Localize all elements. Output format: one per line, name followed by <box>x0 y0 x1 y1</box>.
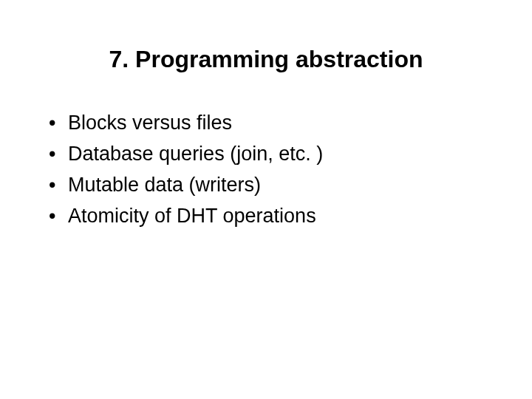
bullet-list: • Blocks versus files • Database queries… <box>44 109 488 231</box>
list-item: • Blocks versus files <box>47 109 488 138</box>
bullet-text: Database queries (join, etc. ) <box>68 140 488 169</box>
list-item: • Mutable data (writers) <box>47 171 488 200</box>
bullet-icon: • <box>47 202 68 231</box>
list-item: • Database queries (join, etc. ) <box>47 140 488 169</box>
slide-title: 7. Programming abstraction <box>44 46 488 73</box>
bullet-icon: • <box>47 109 68 138</box>
bullet-icon: • <box>47 171 68 200</box>
bullet-text: Atomicity of DHT operations <box>68 202 488 231</box>
bullet-text: Blocks versus files <box>68 109 488 138</box>
bullet-text: Mutable data (writers) <box>68 171 488 200</box>
list-item: • Atomicity of DHT operations <box>47 202 488 231</box>
bullet-icon: • <box>47 140 68 169</box>
slide-container: 7. Programming abstraction • Blocks vers… <box>0 0 532 399</box>
